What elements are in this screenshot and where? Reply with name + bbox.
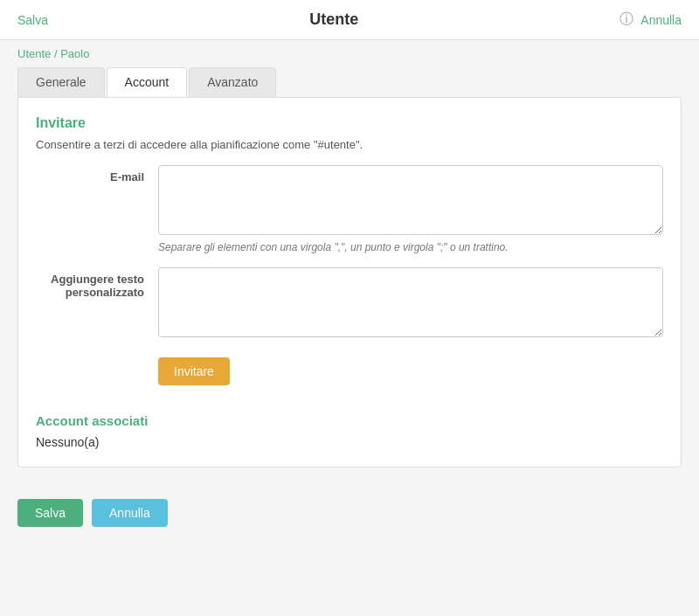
email-row: E-mail Separare gli elementi con una vir… bbox=[36, 165, 663, 253]
top-cancel-link[interactable]: Annulla bbox=[640, 13, 682, 27]
main-content: Invitare Consentire a terzi di accedere … bbox=[0, 97, 699, 485]
custom-text-label: Aggiungere testo personalizzato bbox=[36, 267, 158, 340]
breadcrumb-text: Utente / Paolo bbox=[17, 47, 89, 60]
invite-button[interactable]: Invitare bbox=[158, 357, 230, 385]
email-textarea[interactable] bbox=[158, 165, 663, 235]
cancel-button[interactable]: Annulla bbox=[92, 499, 168, 527]
tab-avanzato-label: Avanzato bbox=[207, 75, 258, 89]
tab-account[interactable]: Account bbox=[107, 67, 188, 97]
email-hint: Separare gli elementi con una virgola ",… bbox=[158, 241, 663, 253]
invite-button-container: Invitare bbox=[36, 354, 663, 399]
top-save-link[interactable]: Salva bbox=[17, 13, 48, 27]
page-title: Utente bbox=[309, 10, 358, 29]
email-label: E-mail bbox=[36, 165, 158, 253]
bottom-bar: Salva Annulla bbox=[0, 485, 699, 541]
tabs: Generale Account Avanzato bbox=[17, 67, 682, 97]
tabs-container: Generale Account Avanzato bbox=[0, 67, 699, 97]
top-right-actions: ⓘ Annulla bbox=[619, 10, 682, 29]
custom-text-row: Aggiungere testo personalizzato bbox=[36, 267, 663, 340]
invite-section-description: Consentire a terzi di accedere alla pian… bbox=[36, 138, 663, 151]
associated-section-value: Nessuno(a) bbox=[36, 435, 663, 449]
associated-section-title: Account associati bbox=[36, 413, 663, 428]
top-save-anchor[interactable]: Salva bbox=[17, 13, 48, 27]
email-control-wrap: Separare gli elementi con una virgola ",… bbox=[158, 165, 663, 253]
tab-account-label: Account bbox=[125, 75, 170, 89]
top-bar: Salva Utente ⓘ Annulla bbox=[0, 0, 699, 40]
tab-generale[interactable]: Generale bbox=[17, 67, 105, 97]
card: Invitare Consentire a terzi di accedere … bbox=[17, 97, 682, 467]
custom-text-control-wrap bbox=[158, 267, 663, 340]
save-button[interactable]: Salva bbox=[17, 499, 83, 527]
tab-avanzato[interactable]: Avanzato bbox=[189, 67, 276, 97]
breadcrumb: Utente / Paolo bbox=[0, 40, 699, 67]
tab-generale-label: Generale bbox=[36, 75, 87, 89]
help-icon[interactable]: ⓘ bbox=[619, 10, 633, 29]
invite-section-title: Invitare bbox=[36, 115, 663, 131]
custom-text-textarea[interactable] bbox=[158, 267, 663, 337]
